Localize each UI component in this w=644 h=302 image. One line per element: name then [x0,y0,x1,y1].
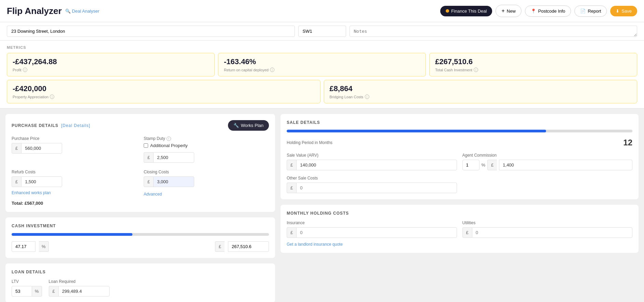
profit-value: -£437,264.88 [13,57,209,66]
insurance-input[interactable] [296,227,457,238]
deal-analyser-link[interactable]: 🔍 Deal Analyser [65,9,99,14]
purchase-price-input[interactable] [21,143,62,154]
works-plan-button[interactable]: 🔧 Works Plan [228,120,269,131]
utilities-input[interactable] [472,227,632,238]
cash-amount-input[interactable] [228,241,269,252]
refurb-costs-input[interactable] [21,176,62,187]
purchase-details-header: PURCHASE DETAILS [Deal Details] 🔧 Works … [12,120,269,131]
stamp-duty-info-icon[interactable]: i [167,136,171,141]
return-info-icon[interactable]: i [270,68,274,72]
sale-value-label: Sale Value (ARV) [287,153,457,158]
additional-property-label: Additional Property [150,143,188,148]
address-input[interactable] [7,26,295,37]
landlord-insurance-link[interactable]: Get a landlord insurance quote [287,242,457,247]
closing-costs-label: Closing Costs [144,170,269,174]
utilities-input-group: £ [462,227,633,238]
agent-commission-label: Agent Commission [462,153,633,158]
purchase-price-group: Purchase Price £ [12,136,137,163]
metric-return: -163.46% Return on capital deployed i [218,53,426,76]
advanced-link[interactable]: Advanced [144,192,269,197]
loan-details-title: LOAN DETAILS [12,270,269,274]
cash-investment-panel: CASH INVESTMENT % £ [5,217,275,258]
commission-pct-input[interactable] [462,160,480,170]
loan-details-row: LTV % Loan Required £ [12,279,269,297]
cash-investment-row: % £ [12,241,269,252]
header-left: Flip Analyzer 🔍 Deal Analyser [7,6,99,16]
insurance-input-group: £ [287,227,457,238]
metric-cash: £267,510.6 Total Cash Investment i [429,53,637,76]
holding-period-row: Holding Period in Months 12 [287,138,632,147]
refurb-costs-label: Refurb Costs [12,170,137,174]
insurance-label: Insurance [287,220,457,225]
utilities-label: Utilities [462,220,633,225]
other-sale-costs-group: Other Sale Costs £ [287,176,457,193]
cash-investment-progress-bar [12,233,269,236]
metrics-label: METRICS [7,45,637,49]
sale-form-grid: Sale Value (ARV) £ Agent Commission % £ [287,153,632,193]
insurance-group: Insurance £ Get a landlord insurance quo… [287,220,457,247]
cash-info-icon[interactable]: i [474,68,478,72]
additional-property-checkbox[interactable] [144,143,148,148]
metric-profit: -£437,264.88 Profit i [7,53,215,76]
bridging-value: £8,864 [330,84,632,93]
postcode-input[interactable] [298,26,346,37]
holding-period-label: Holding Period in Months [287,140,332,145]
commission-amount-input[interactable] [499,160,632,170]
return-label: Return on capital deployed i [224,68,420,72]
bridging-info-icon[interactable]: i [365,95,369,99]
save-icon: ⬇ [616,9,619,14]
cash-value: £267,510.6 [435,57,631,66]
purchase-price-prefix: £ [12,143,21,154]
closing-costs-prefix: £ [144,176,153,187]
sale-value-input-group: £ [287,160,457,170]
address-bar [0,22,644,41]
search-icon: 🔍 [65,9,71,14]
other-sale-costs-input-group: £ [287,183,457,193]
other-sale-costs-prefix: £ [287,183,296,193]
metrics-bottom-row: -£420,000 Property Appreciation i £8,864… [7,80,637,103]
report-button[interactable]: 📄 Report [574,5,607,17]
refurb-costs-prefix: £ [12,176,21,187]
cash-percentage-input[interactable] [12,241,35,252]
appreciation-info-icon[interactable]: i [50,95,54,99]
postcode-info-button[interactable]: 📍 Postcode Info [525,5,571,17]
save-button[interactable]: ⬇ Save [610,6,637,16]
insurance-prefix: £ [287,227,296,238]
commission-prefix: £ [487,160,497,170]
stamp-duty-input[interactable] [153,152,194,163]
sale-progress-fill [287,130,546,132]
commission-pct-symbol: % [482,162,486,168]
closing-costs-input[interactable] [153,176,194,187]
cash-label: Total Cash Investment i [435,68,631,72]
metrics-top-row: -£437,264.88 Profit i -163.46% Return on… [7,53,637,76]
deal-details-link[interactable]: [Deal Details] [61,123,90,128]
utilities-prefix: £ [462,227,472,238]
refurb-costs-group: Refurb Costs £ Enhanced works plan [12,170,137,197]
ltv-suffix: % [32,286,42,297]
loan-required-label: Loan Required [49,279,110,284]
loan-required-input[interactable] [58,286,110,297]
sale-value-prefix: £ [287,160,296,170]
stamp-duty-input-group: £ [144,152,269,163]
sale-value-input[interactable] [296,160,457,170]
cash-investment-progress-fill [12,233,132,236]
purchase-details-panel: PURCHASE DETAILS [Deal Details] 🔧 Works … [5,114,275,212]
other-sale-costs-label: Other Sale Costs [287,176,457,181]
loan-details-panel: LOAN DETAILS LTV % Loan Required £ [5,263,275,302]
bridging-label: Bridging Loan Costs i [330,95,632,99]
purchase-total: Total: £567,000 [12,201,269,206]
sale-value-group: Sale Value (ARV) £ [287,153,457,170]
cash-amount-prefix: £ [215,241,225,252]
dot-icon [446,9,449,13]
notes-input[interactable] [349,26,638,37]
closing-costs-input-group: £ [144,176,269,187]
purchase-form-grid: Purchase Price £ Stamp Duty i Additional… [12,136,269,197]
profit-info-icon[interactable]: i [23,68,27,72]
enhanced-works-plan-link[interactable]: Enhanced works plan [12,190,137,195]
monthly-holding-panel: MONTHLY HOLDING COSTS Insurance £ Get a … [281,205,639,253]
ltv-input[interactable] [12,286,32,297]
purchase-details-title: PURCHASE DETAILS [Deal Details] [12,123,90,128]
new-button[interactable]: + New [496,5,521,17]
other-sale-costs-input[interactable] [296,183,457,193]
finance-this-deal-button[interactable]: Finance This Deal [440,6,492,16]
